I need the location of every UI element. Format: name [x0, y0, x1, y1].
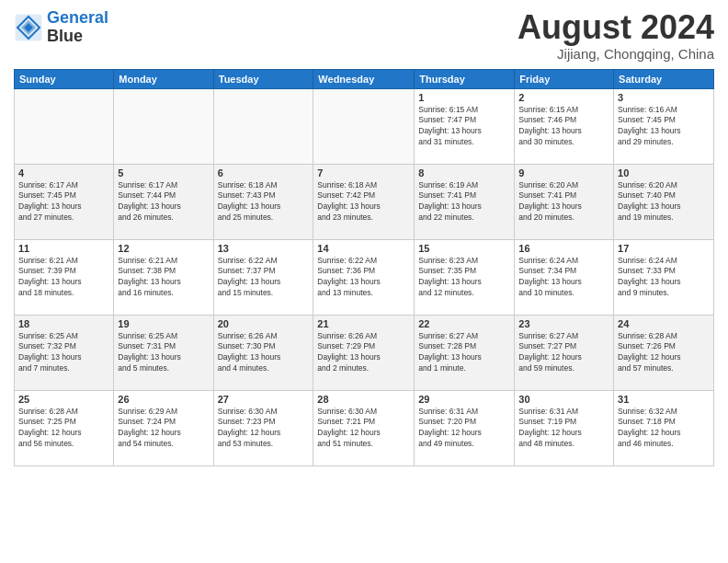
- day-info: Sunrise: 6:31 AM Sunset: 7:19 PM Dayligh…: [518, 407, 609, 451]
- day-info: Sunrise: 6:17 AM Sunset: 7:45 PM Dayligh…: [18, 180, 109, 224]
- day-number: 24: [618, 318, 710, 329]
- calendar-cell: 27Sunrise: 6:30 AM Sunset: 7:23 PM Dayli…: [213, 390, 313, 465]
- header-wednesday: Wednesday: [313, 69, 415, 88]
- day-info: Sunrise: 6:15 AM Sunset: 7:47 PM Dayligh…: [418, 105, 510, 149]
- calendar-cell: 18Sunrise: 6:25 AM Sunset: 7:32 PM Dayli…: [15, 315, 114, 390]
- day-info: Sunrise: 6:30 AM Sunset: 7:21 PM Dayligh…: [317, 407, 410, 451]
- day-info: Sunrise: 6:28 AM Sunset: 7:25 PM Dayligh…: [18, 407, 109, 451]
- day-number: 6: [218, 167, 310, 178]
- day-info: Sunrise: 6:31 AM Sunset: 7:20 PM Dayligh…: [418, 407, 510, 451]
- header-thursday: Thursday: [415, 69, 515, 88]
- day-number: 2: [518, 92, 609, 103]
- day-number: 20: [218, 318, 310, 329]
- calendar-week-5: 25Sunrise: 6:28 AM Sunset: 7:25 PM Dayli…: [15, 390, 714, 465]
- day-number: 21: [317, 318, 410, 329]
- day-number: 29: [418, 394, 510, 405]
- logo-line2: Blue: [47, 28, 108, 46]
- day-info: Sunrise: 6:22 AM Sunset: 7:36 PM Dayligh…: [317, 256, 410, 300]
- day-info: Sunrise: 6:19 AM Sunset: 7:41 PM Dayligh…: [418, 180, 510, 224]
- calendar-cell: 13Sunrise: 6:22 AM Sunset: 7:37 PM Dayli…: [213, 239, 313, 315]
- day-info: Sunrise: 6:18 AM Sunset: 7:43 PM Dayligh…: [218, 180, 310, 224]
- day-number: 31: [618, 394, 710, 405]
- day-number: 10: [618, 167, 710, 178]
- calendar-cell: 17Sunrise: 6:24 AM Sunset: 7:33 PM Dayli…: [614, 239, 714, 315]
- day-info: Sunrise: 6:27 AM Sunset: 7:28 PM Dayligh…: [418, 331, 510, 375]
- calendar-week-4: 18Sunrise: 6:25 AM Sunset: 7:32 PM Dayli…: [15, 315, 714, 390]
- calendar-cell: 30Sunrise: 6:31 AM Sunset: 7:19 PM Dayli…: [515, 390, 614, 465]
- header-saturday: Saturday: [614, 69, 714, 88]
- day-info: Sunrise: 6:28 AM Sunset: 7:26 PM Dayligh…: [618, 331, 710, 375]
- day-number: 7: [317, 167, 410, 178]
- day-info: Sunrise: 6:16 AM Sunset: 7:45 PM Dayligh…: [618, 105, 710, 149]
- day-number: 22: [418, 318, 510, 329]
- calendar-cell: 22Sunrise: 6:27 AM Sunset: 7:28 PM Dayli…: [415, 315, 515, 390]
- day-info: Sunrise: 6:26 AM Sunset: 7:29 PM Dayligh…: [317, 331, 410, 375]
- calendar-cell: 7Sunrise: 6:18 AM Sunset: 7:42 PM Daylig…: [313, 164, 415, 239]
- day-info: Sunrise: 6:25 AM Sunset: 7:32 PM Dayligh…: [18, 331, 109, 375]
- day-number: 13: [218, 243, 310, 254]
- logo-icon: [14, 13, 43, 42]
- page: General Blue August 2024 Jijiang, Chongq…: [0, 0, 728, 563]
- calendar-cell: 3Sunrise: 6:16 AM Sunset: 7:45 PM Daylig…: [614, 88, 714, 164]
- day-info: Sunrise: 6:20 AM Sunset: 7:41 PM Dayligh…: [518, 180, 609, 224]
- calendar-cell: 6Sunrise: 6:18 AM Sunset: 7:43 PM Daylig…: [213, 164, 313, 239]
- day-info: Sunrise: 6:22 AM Sunset: 7:37 PM Dayligh…: [218, 256, 310, 300]
- day-number: 30: [518, 394, 609, 405]
- day-number: 26: [118, 394, 209, 405]
- day-info: Sunrise: 6:15 AM Sunset: 7:46 PM Dayligh…: [518, 105, 609, 149]
- day-number: 3: [618, 92, 710, 103]
- day-number: 23: [518, 318, 609, 329]
- header-sunday: Sunday: [15, 69, 114, 88]
- day-info: Sunrise: 6:23 AM Sunset: 7:35 PM Dayligh…: [418, 256, 510, 300]
- calendar-week-1: 1Sunrise: 6:15 AM Sunset: 7:47 PM Daylig…: [15, 88, 714, 164]
- calendar-cell: 9Sunrise: 6:20 AM Sunset: 7:41 PM Daylig…: [515, 164, 614, 239]
- header: General Blue August 2024 Jijiang, Chongq…: [14, 9, 714, 62]
- calendar-cell: 5Sunrise: 6:17 AM Sunset: 7:44 PM Daylig…: [114, 164, 213, 239]
- day-number: 18: [18, 318, 109, 329]
- day-number: 28: [317, 394, 410, 405]
- calendar-cell: [213, 88, 313, 164]
- calendar-cell: [313, 88, 415, 164]
- day-number: 16: [518, 243, 609, 254]
- calendar-cell: 15Sunrise: 6:23 AM Sunset: 7:35 PM Dayli…: [415, 239, 515, 315]
- calendar-header-row: Sunday Monday Tuesday Wednesday Thursday…: [15, 69, 714, 88]
- logo-line1: General: [47, 8, 108, 27]
- calendar-week-2: 4Sunrise: 6:17 AM Sunset: 7:45 PM Daylig…: [15, 164, 714, 239]
- calendar-cell: 25Sunrise: 6:28 AM Sunset: 7:25 PM Dayli…: [15, 390, 114, 465]
- day-number: 14: [317, 243, 410, 254]
- location-subtitle: Jijiang, Chongqing, China: [518, 46, 714, 62]
- day-info: Sunrise: 6:29 AM Sunset: 7:24 PM Dayligh…: [118, 407, 209, 451]
- calendar-cell: [114, 88, 213, 164]
- day-info: Sunrise: 6:20 AM Sunset: 7:40 PM Dayligh…: [618, 180, 710, 224]
- logo: General Blue: [14, 9, 108, 46]
- calendar-cell: 26Sunrise: 6:29 AM Sunset: 7:24 PM Dayli…: [114, 390, 213, 465]
- day-info: Sunrise: 6:24 AM Sunset: 7:33 PM Dayligh…: [618, 256, 710, 300]
- calendar-cell: 23Sunrise: 6:27 AM Sunset: 7:27 PM Dayli…: [515, 315, 614, 390]
- header-friday: Friday: [515, 69, 614, 88]
- month-title: August 2024: [518, 9, 714, 46]
- day-info: Sunrise: 6:21 AM Sunset: 7:38 PM Dayligh…: [118, 256, 209, 300]
- calendar-week-3: 11Sunrise: 6:21 AM Sunset: 7:39 PM Dayli…: [15, 239, 714, 315]
- calendar-cell: 29Sunrise: 6:31 AM Sunset: 7:20 PM Dayli…: [415, 390, 515, 465]
- day-number: 5: [118, 167, 209, 178]
- calendar-cell: 28Sunrise: 6:30 AM Sunset: 7:21 PM Dayli…: [313, 390, 415, 465]
- day-info: Sunrise: 6:30 AM Sunset: 7:23 PM Dayligh…: [218, 407, 310, 451]
- calendar-cell: 12Sunrise: 6:21 AM Sunset: 7:38 PM Dayli…: [114, 239, 213, 315]
- day-info: Sunrise: 6:27 AM Sunset: 7:27 PM Dayligh…: [518, 331, 609, 375]
- calendar-cell: [15, 88, 114, 164]
- calendar-cell: 31Sunrise: 6:32 AM Sunset: 7:18 PM Dayli…: [614, 390, 714, 465]
- day-number: 8: [418, 167, 510, 178]
- calendar-cell: 20Sunrise: 6:26 AM Sunset: 7:30 PM Dayli…: [213, 315, 313, 390]
- calendar: Sunday Monday Tuesday Wednesday Thursday…: [14, 69, 714, 466]
- day-info: Sunrise: 6:24 AM Sunset: 7:34 PM Dayligh…: [518, 256, 609, 300]
- calendar-cell: 14Sunrise: 6:22 AM Sunset: 7:36 PM Dayli…: [313, 239, 415, 315]
- day-number: 12: [118, 243, 209, 254]
- header-monday: Monday: [114, 69, 213, 88]
- calendar-cell: 4Sunrise: 6:17 AM Sunset: 7:45 PM Daylig…: [15, 164, 114, 239]
- day-info: Sunrise: 6:18 AM Sunset: 7:42 PM Dayligh…: [317, 180, 410, 224]
- calendar-cell: 8Sunrise: 6:19 AM Sunset: 7:41 PM Daylig…: [415, 164, 515, 239]
- day-number: 17: [618, 243, 710, 254]
- calendar-cell: 11Sunrise: 6:21 AM Sunset: 7:39 PM Dayli…: [15, 239, 114, 315]
- header-tuesday: Tuesday: [213, 69, 313, 88]
- day-number: 1: [418, 92, 510, 103]
